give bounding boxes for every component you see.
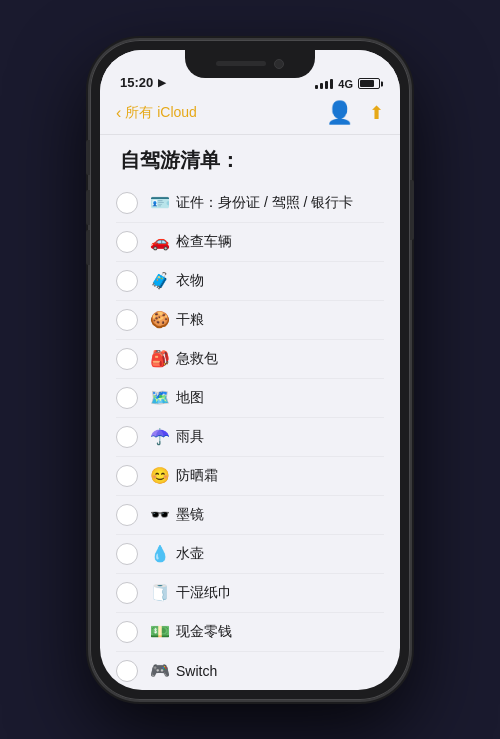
- location-icon: ▶: [158, 77, 166, 88]
- item-label: 雨具: [176, 428, 204, 446]
- item-emoji: 😊: [150, 466, 170, 485]
- list-item: 💧水壶: [116, 535, 384, 574]
- checkbox[interactable]: [116, 465, 138, 487]
- list-item: 🎮Switch: [116, 652, 384, 690]
- checkbox[interactable]: [116, 426, 138, 448]
- item-label: 现金零钱: [176, 623, 232, 641]
- item-text: 🧻干湿纸巾: [150, 583, 232, 602]
- checklist: 🪪证件：身份证 / 驾照 / 银行卡🚗检查车辆🧳衣物🍪干粮🎒急救包🗺️地图☂️雨…: [100, 180, 400, 690]
- item-emoji: 🎮: [150, 661, 170, 680]
- item-emoji: 💧: [150, 544, 170, 563]
- checkbox[interactable]: [116, 387, 138, 409]
- add-collaborator-icon[interactable]: 👤: [326, 100, 353, 126]
- item-emoji: 🧳: [150, 271, 170, 290]
- checkbox[interactable]: [116, 660, 138, 682]
- item-label: 地图: [176, 389, 204, 407]
- list-item: 🍪干粮: [116, 301, 384, 340]
- item-label: 检查车辆: [176, 233, 232, 251]
- item-emoji: ☂️: [150, 427, 170, 446]
- back-label: 所有 iCloud: [125, 104, 197, 122]
- checkbox[interactable]: [116, 192, 138, 214]
- item-emoji: 🕶️: [150, 505, 170, 524]
- item-text: 😊防晒霜: [150, 466, 218, 485]
- signal-icon: [315, 79, 333, 89]
- item-label: 干粮: [176, 311, 204, 329]
- share-icon[interactable]: ⬆: [369, 102, 384, 124]
- checkbox[interactable]: [116, 270, 138, 292]
- list-item: 🎒急救包: [116, 340, 384, 379]
- item-text: 💧水壶: [150, 544, 204, 563]
- item-text: 🕶️墨镜: [150, 505, 204, 524]
- item-label: 墨镜: [176, 506, 204, 524]
- checkbox[interactable]: [116, 582, 138, 604]
- status-bar: 15:20 ▶ 4G: [100, 50, 400, 94]
- note-title: 自驾游清单：: [100, 135, 400, 180]
- list-item: 💵现金零钱: [116, 613, 384, 652]
- item-emoji: 🍪: [150, 310, 170, 329]
- item-label: 衣物: [176, 272, 204, 290]
- status-indicators: 4G: [315, 78, 380, 90]
- back-chevron-icon: ‹: [116, 104, 121, 122]
- list-item: ☂️雨具: [116, 418, 384, 457]
- checkbox[interactable]: [116, 621, 138, 643]
- item-label: 证件：身份证 / 驾照 / 银行卡: [176, 194, 353, 212]
- status-time: 15:20 ▶: [120, 75, 166, 90]
- checkbox[interactable]: [116, 504, 138, 526]
- checkbox[interactable]: [116, 309, 138, 331]
- item-text: 🧳衣物: [150, 271, 204, 290]
- checkbox[interactable]: [116, 348, 138, 370]
- list-item: 😊防晒霜: [116, 457, 384, 496]
- item-label: 干湿纸巾: [176, 584, 232, 602]
- speaker: [216, 61, 266, 66]
- phone-frame: 15:20 ▶ 4G ‹: [90, 40, 410, 700]
- list-item: 🪪证件：身份证 / 驾照 / 银行卡: [116, 184, 384, 223]
- item-text: 🪪证件：身份证 / 驾照 / 银行卡: [150, 193, 353, 212]
- notch: [185, 50, 315, 78]
- list-item: 🧻干湿纸巾: [116, 574, 384, 613]
- item-label: 急救包: [176, 350, 218, 368]
- time-display: 15:20: [120, 75, 153, 90]
- item-label: Switch: [176, 663, 217, 679]
- checkbox[interactable]: [116, 231, 138, 253]
- item-emoji: 🗺️: [150, 388, 170, 407]
- navigation-bar: ‹ 所有 iCloud 👤 ⬆: [100, 94, 400, 135]
- checkbox[interactable]: [116, 543, 138, 565]
- list-item: 🗺️地图: [116, 379, 384, 418]
- item-emoji: 🎒: [150, 349, 170, 368]
- item-text: 🚗检查车辆: [150, 232, 232, 251]
- item-emoji: 🪪: [150, 193, 170, 212]
- network-label: 4G: [338, 78, 353, 90]
- list-item: 🚗检查车辆: [116, 223, 384, 262]
- nav-actions: 👤 ⬆: [326, 100, 384, 126]
- item-label: 防晒霜: [176, 467, 218, 485]
- back-button[interactable]: ‹ 所有 iCloud: [116, 104, 197, 122]
- item-emoji: 🚗: [150, 232, 170, 251]
- item-label: 水壶: [176, 545, 204, 563]
- item-text: 🍪干粮: [150, 310, 204, 329]
- item-text: 🎮Switch: [150, 661, 217, 680]
- phone-screen: 15:20 ▶ 4G ‹: [100, 50, 400, 690]
- item-text: 🎒急救包: [150, 349, 218, 368]
- camera: [274, 59, 284, 69]
- item-text: 💵现金零钱: [150, 622, 232, 641]
- item-emoji: 💵: [150, 622, 170, 641]
- item-emoji: 🧻: [150, 583, 170, 602]
- battery-icon: [358, 78, 380, 89]
- list-item: 🧳衣物: [116, 262, 384, 301]
- list-item: 🕶️墨镜: [116, 496, 384, 535]
- item-text: 🗺️地图: [150, 388, 204, 407]
- item-text: ☂️雨具: [150, 427, 204, 446]
